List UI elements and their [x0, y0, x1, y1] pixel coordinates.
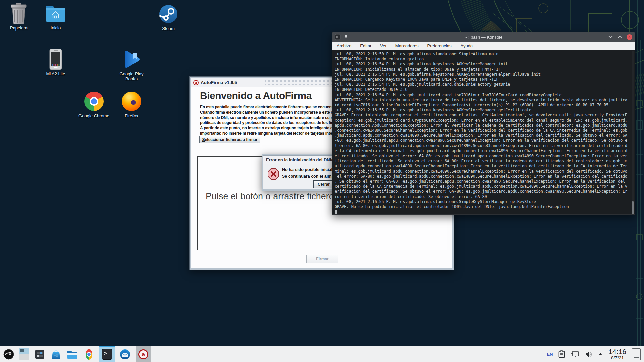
desktop-icon-label: Mi A2 Lite: [37, 71, 74, 76]
desktop-icon-home[interactable]: Inicio: [37, 3, 74, 31]
clock[interactable]: 14:16 8/7/21: [608, 348, 626, 360]
chrome-icon: [84, 92, 104, 111]
show-desktop-button[interactable]: [632, 348, 641, 360]
menu-ayuda[interactable]: Ayuda: [460, 43, 473, 48]
error-close-button-label: Cerrar: [318, 182, 330, 187]
terminal-scrollbar-thumb[interactable]: [632, 201, 634, 214]
virtual-desktop-pager[interactable]: [19, 348, 29, 360]
settings-icon: [34, 349, 45, 360]
keyboard-layout-indicator[interactable]: EN: [547, 352, 553, 357]
error-dialog-title: Error en la iniciaización del DNIe: [266, 157, 334, 162]
autofirma-heading: Bienvenido a AutoFirma: [200, 90, 312, 101]
menu-editar[interactable]: Editar: [360, 43, 371, 48]
menu-ver[interactable]: Ver: [380, 43, 387, 48]
autofirma-window-title: AutoFirma v1.6.5: [201, 80, 237, 85]
autofirma-logo-icon: a: [193, 80, 199, 85]
network-display-icon[interactable]: [571, 351, 579, 358]
select-files-button[interactable]: Seleccionar ficheros a firmar: [199, 136, 260, 143]
phone-icon: [49, 49, 62, 70]
task-konsole-active[interactable]: >: [99, 346, 115, 362]
minimize-icon[interactable]: [608, 36, 613, 38]
desktop-icon-label: Google Chrome: [75, 113, 113, 118]
desktop-icon-chrome[interactable]: Google Chrome: [75, 90, 113, 118]
sign-button-label: Firmar: [316, 257, 328, 261]
konsole-window-title: ~ : bash — Konsole: [332, 35, 635, 40]
menu-marcadores[interactable]: Marcadores: [395, 43, 419, 48]
autofirma-icon: a: [138, 349, 148, 359]
firefox-icon: [122, 92, 141, 111]
task-chrome[interactable]: [83, 348, 95, 360]
desktop-icon-label: Steam: [150, 26, 187, 31]
task-system-settings[interactable]: [34, 348, 46, 360]
trash-icon: [9, 3, 29, 24]
app-launcher-button[interactable]: [3, 348, 15, 360]
maximize-icon[interactable]: [618, 36, 622, 38]
thunderbird-icon: [120, 349, 130, 360]
select-files-button-label: Seleccionar ficheros a firmar: [202, 137, 258, 142]
close-icon[interactable]: ×: [627, 34, 632, 40]
desktop-icon-play-books[interactable]: Google Play Books: [113, 49, 150, 82]
konsole-titlebar[interactable]: ~ : bash — Konsole ×: [332, 32, 635, 42]
terminal-cursor: [335, 210, 337, 214]
steam-icon: [159, 5, 178, 23]
desktop-icon-label: Firefox: [113, 113, 150, 118]
clock-date: 8/7/21: [608, 356, 626, 360]
desktop-icon-firefox[interactable]: Firefox: [113, 90, 150, 118]
pager-desktop-1[interactable]: [19, 348, 29, 354]
discover-icon: [51, 349, 61, 360]
desktop-icon-steam[interactable]: Steam: [150, 3, 187, 31]
clipboard-icon[interactable]: [558, 350, 565, 358]
error-icon: [267, 168, 279, 180]
play-books-icon: [122, 50, 141, 69]
task-discover[interactable]: [50, 348, 62, 360]
menu-archivo[interactable]: Archivo: [337, 43, 351, 48]
error-message-line2: Se continuará con el almacé: [282, 174, 338, 179]
desktop-icon-phone[interactable]: Mi A2 Lite: [37, 49, 74, 76]
desktop-icon-label: Google Play Books: [117, 71, 146, 81]
desktop: Papelera Inicio Steam: [0, 0, 644, 362]
error-message-line1: No ha sido posible inicializa: [282, 167, 338, 172]
terminal-log-text: jul. 08, 2021 2:16:50 P. M. es.gob.afirm…: [335, 52, 630, 209]
file-manager-icon: [67, 349, 78, 359]
desktop-icon-trash[interactable]: Papelera: [0, 3, 38, 31]
konsole-window: ~ : bash — Konsole × Archivo Editar Ver …: [332, 32, 635, 215]
home-folder-icon: [45, 4, 66, 22]
systray-expand-icon[interactable]: [598, 353, 603, 356]
taskbar: > a EN: [0, 346, 644, 362]
pager-desktop-2[interactable]: [19, 354, 29, 360]
volume-icon[interactable]: [585, 351, 592, 358]
sign-button[interactable]: Firmar: [306, 255, 338, 263]
task-autofirma[interactable]: a: [136, 346, 151, 362]
clock-time: 14:16: [608, 348, 626, 355]
task-thunderbird[interactable]: [119, 348, 131, 360]
terminal-scrollbar-track[interactable]: [632, 51, 634, 214]
desktop-icon-label: Papelera: [0, 25, 38, 31]
menu-preferencias[interactable]: Preferencias: [427, 43, 451, 48]
chrome-icon: [86, 349, 92, 360]
drop-area-text: Pulse el botón o arrastre ficheros: [206, 191, 338, 202]
terminal-output[interactable]: jul. 08, 2021 2:16:50 P. M. es.gob.afirm…: [332, 50, 635, 214]
task-dolphin[interactable]: [66, 348, 78, 360]
konsole-icon: >: [102, 349, 112, 360]
desktop-icon-label: Inicio: [37, 25, 74, 31]
error-close-button[interactable]: Cerrar: [313, 180, 334, 188]
opensuse-icon: [3, 349, 14, 360]
konsole-menubar: Archivo Editar Ver Marcadores Preferenci…: [332, 42, 635, 50]
